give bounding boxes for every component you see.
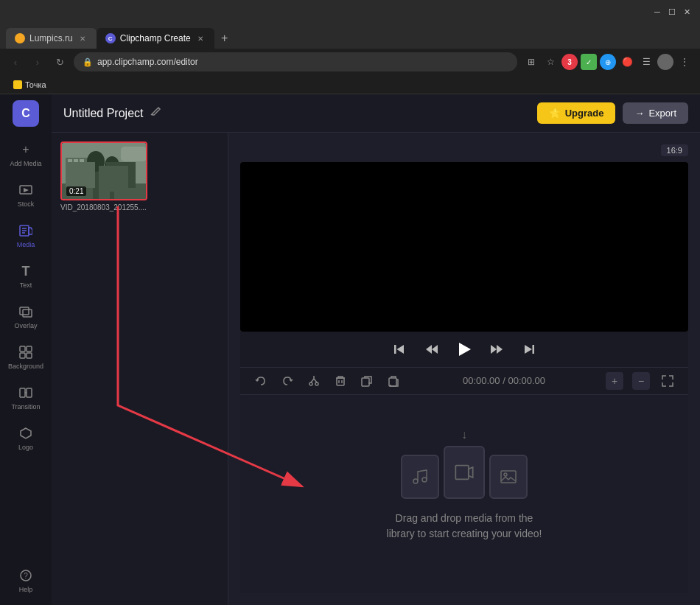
upgrade-button[interactable]: ⭐ Upgrade: [537, 102, 616, 124]
svg-marker-52: [469, 467, 473, 478]
tab-icon-clipchamp: C: [105, 33, 116, 43]
new-tab-button[interactable]: +: [214, 28, 235, 49]
svg-rect-10: [20, 353, 25, 358]
sidebar-item-media[interactable]: Media: [2, 217, 49, 254]
tab-clipchamp[interactable]: C Clipchamp Create ✕: [97, 28, 214, 49]
svg-rect-12: [20, 388, 25, 397]
timeline-toolbar: 00:00.00 / 00:00.00 + −: [240, 367, 688, 395]
export-arrow-icon: →: [634, 108, 644, 119]
extension-icon-5[interactable]: ☰: [638, 54, 654, 70]
redo-button[interactable]: [279, 372, 296, 390]
drop-zone-text: Drag and drop media from the library to …: [387, 511, 542, 542]
bookmark-icon[interactable]: ☆: [542, 54, 559, 70]
media-filename: VID_20180803_201255....: [60, 203, 147, 211]
address-bar: ‹ › ↻ 🔒 app.clipchamp.com/editor ⊞ ☆ 3 ✓…: [0, 49, 700, 75]
svg-rect-7: [23, 310, 32, 317]
paste-button[interactable]: [385, 372, 402, 390]
project-name-area: Untitled Project: [63, 106, 161, 120]
bookmark-label: Точка: [25, 80, 46, 89]
sidebar-item-add-media[interactable]: + Add Media: [2, 136, 49, 173]
play-button[interactable]: [454, 339, 475, 360]
refresh-button[interactable]: ↻: [52, 54, 68, 70]
translate-icon[interactable]: ⊞: [523, 54, 539, 70]
extension-icon-3[interactable]: ⊕: [600, 54, 616, 70]
media-icon: [18, 223, 34, 239]
bookmark-item-tochka[interactable]: Точка: [7, 79, 52, 91]
svg-rect-38: [533, 345, 535, 354]
bookmark-folder-icon: [13, 80, 22, 89]
delete-button[interactable]: [332, 372, 349, 390]
sidebar-bottom: ? Help: [2, 562, 49, 599]
zoom-in-button[interactable]: +: [606, 372, 623, 390]
aspect-ratio-badge: 16:9: [661, 144, 688, 156]
skip-end-button[interactable]: [519, 339, 539, 360]
transition-icon: [18, 385, 34, 401]
edit-project-icon[interactable]: [150, 106, 161, 120]
sidebar-label-text: Text: [20, 281, 32, 289]
drop-text-line1: Drag and drop media from the: [387, 511, 542, 526]
sidebar-item-transition[interactable]: Transition: [2, 379, 49, 416]
sidebar-label-logo: Logo: [18, 444, 33, 451]
sidebar-item-help[interactable]: ? Help: [2, 562, 49, 599]
svg-point-49: [413, 479, 418, 483]
background-icon: [18, 344, 34, 360]
zoom-out-button[interactable]: −: [632, 372, 650, 390]
svg-marker-33: [432, 345, 438, 354]
browser-toolbar-icons: ⊞ ☆ 3 ✓ ⊕ 🔴 ☰ ⋮: [523, 54, 693, 70]
sidebar-item-background[interactable]: Background: [2, 338, 49, 376]
drop-card-image: [489, 455, 528, 499]
sidebar-item-text[interactable]: T Text: [2, 257, 49, 295]
drop-card-music: [401, 455, 439, 499]
svg-rect-9: [27, 346, 32, 352]
close-button[interactable]: ✕: [682, 7, 691, 16]
svg-point-26: [87, 151, 105, 172]
sidebar-item-logo[interactable]: Logo: [2, 419, 49, 457]
profile-icon[interactable]: [657, 54, 673, 70]
svg-rect-11: [27, 353, 32, 358]
tab-close-clipchamp[interactable]: ✕: [195, 33, 206, 43]
fast-forward-button[interactable]: [486, 339, 507, 360]
app-container: C + Add Media Stock: [0, 94, 700, 605]
svg-point-28: [105, 156, 119, 174]
extension-icon-1[interactable]: 3: [561, 54, 578, 70]
copy-button[interactable]: [358, 372, 376, 390]
undo-button[interactable]: [252, 372, 270, 390]
svg-rect-53: [501, 471, 516, 483]
extension-icon-2[interactable]: ✓: [581, 54, 597, 70]
tab-lumpics[interactable]: Lumpics.ru ✕: [6, 28, 97, 49]
upgrade-label: Upgrade: [565, 108, 604, 119]
extension-icon-4[interactable]: 🔴: [619, 54, 635, 70]
controls-bar: [240, 332, 688, 367]
tab-bar: Lumpics.ru ✕ C Clipchamp Create ✕ +: [0, 24, 700, 49]
minimize-button[interactable]: ─: [653, 7, 662, 16]
svg-line-42: [314, 379, 317, 382]
svg-rect-23: [74, 168, 78, 174]
sidebar-item-overlay[interactable]: Overlay: [2, 298, 49, 335]
export-button[interactable]: → Export: [623, 102, 688, 124]
forward-button[interactable]: ›: [29, 54, 46, 70]
drop-arrow-icon: ↓: [461, 428, 467, 441]
skip-start-button[interactable]: [389, 339, 410, 360]
editor-area: 0:21 VID_20180803_201255.... 16:9: [52, 133, 700, 605]
tab-close-lumpics[interactable]: ✕: [77, 33, 88, 43]
svg-rect-20: [74, 159, 78, 165]
sidebar-label-stock: Stock: [18, 200, 35, 208]
top-bar: Untitled Project ⭐ Upgrade → Export: [52, 94, 700, 133]
help-icon: ?: [18, 567, 34, 584]
back-button[interactable]: ‹: [7, 54, 24, 70]
app-logo[interactable]: C: [13, 100, 39, 127]
svg-point-54: [504, 473, 507, 476]
drop-card-video: [444, 446, 485, 499]
maximize-button[interactable]: ☐: [668, 7, 676, 16]
url-bar[interactable]: 🔒 app.clipchamp.com/editor: [74, 52, 517, 71]
media-item[interactable]: 0:21: [60, 141, 147, 200]
more-options-icon[interactable]: ⋮: [676, 54, 693, 70]
sidebar-item-stock[interactable]: Stock: [2, 176, 49, 214]
sidebar-label-media: Media: [17, 241, 35, 248]
timeline-current-time: 00:00.00 / 00:00.00: [463, 375, 545, 386]
preview-area: 16:9: [228, 133, 700, 605]
rewind-button[interactable]: [421, 339, 442, 360]
cut-button[interactable]: [305, 372, 323, 390]
svg-marker-35: [459, 343, 471, 356]
expand-timeline-button[interactable]: [659, 372, 676, 390]
